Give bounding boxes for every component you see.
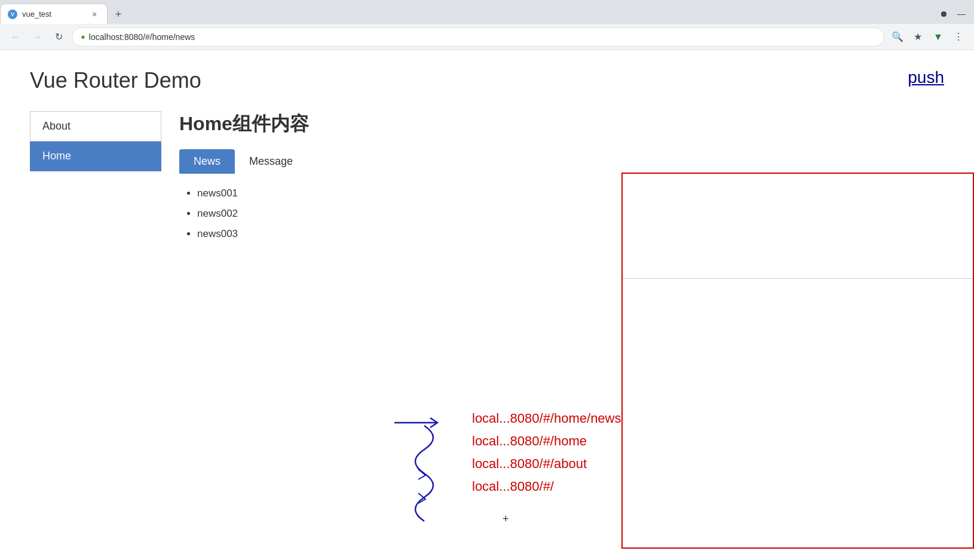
home-title: Home组件内容 <box>179 111 944 137</box>
page-header: Vue Router Demo push <box>30 68 944 93</box>
tab-close-button[interactable]: × <box>89 9 100 20</box>
tab-bar: V vue_test × + ⏺ — <box>0 0 974 24</box>
forward-button[interactable]: → <box>29 29 45 45</box>
plus-icon: + <box>503 513 509 525</box>
sub-tabs: News Message <box>179 149 944 174</box>
search-icon[interactable]: 🔍 <box>889 29 906 45</box>
lock-icon: ● <box>81 32 85 41</box>
left-nav: About Home <box>30 111 161 244</box>
tab-favicon: V <box>8 10 17 19</box>
new-tab-button[interactable]: + <box>110 6 127 23</box>
toolbar-icons: 🔍 ★ ▼ ⋮ <box>889 29 967 45</box>
tab-news[interactable]: News <box>179 149 235 174</box>
active-tab[interactable]: V vue_test × <box>0 4 108 24</box>
nav-item-home[interactable]: Home <box>30 141 161 171</box>
arrow-drawing <box>388 405 460 524</box>
page-content: Vue Router Demo push About Home Home组件内容… <box>0 50 974 560</box>
record-button[interactable]: ⏺ <box>936 6 951 21</box>
url-item-3: local...8080/#/about <box>472 456 621 472</box>
profile-icon[interactable]: ▼ <box>930 29 947 45</box>
url-text: localhost:8080/#/home/news <box>89 32 875 42</box>
bookmark-icon[interactable]: ★ <box>909 29 926 45</box>
window-controls: ⏺ — <box>936 6 974 24</box>
browser-window: V vue_test × + ⏺ — ← → ↻ ● localhost:808… <box>0 0 974 560</box>
menu-icon[interactable]: ⋮ <box>950 29 967 45</box>
address-box[interactable]: ● localhost:8080/#/home/news <box>72 27 884 47</box>
url-item-2: local...8080/#/home <box>472 433 621 449</box>
page-title: Vue Router Demo <box>30 68 201 93</box>
push-link[interactable]: push <box>908 68 944 87</box>
tab-message[interactable]: Message <box>235 149 307 174</box>
bottom-annotations: local...8080/#/home/news local...8080/#/… <box>388 405 974 524</box>
refresh-button[interactable]: ↻ <box>50 29 67 45</box>
address-bar-row: ← → ↻ ● localhost:8080/#/home/news 🔍 ★ ▼… <box>0 24 974 50</box>
tab-title: vue_test <box>22 10 84 19</box>
nav-item-about[interactable]: About <box>30 111 161 141</box>
url-item-4: local...8080/#/ <box>472 479 621 494</box>
annotation-divider <box>623 278 973 279</box>
url-item-1: local...8080/#/home/news <box>472 411 621 426</box>
url-list: local...8080/#/home/news local...8080/#/… <box>472 405 621 494</box>
back-button[interactable]: ← <box>7 29 24 45</box>
minimize-button[interactable]: — <box>954 6 969 21</box>
